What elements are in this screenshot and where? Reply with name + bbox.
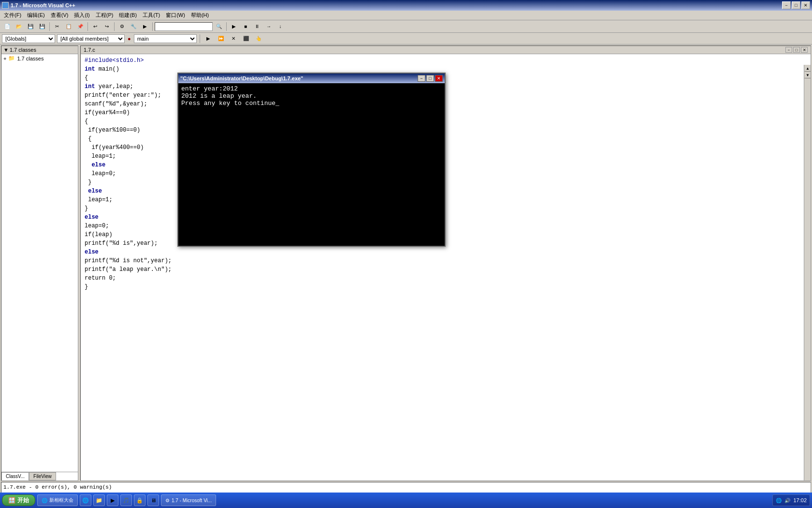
app-icon2: 🎵 [123, 497, 130, 504]
open-button[interactable]: 📂 [14, 22, 24, 31]
menu-project[interactable]: 工程(P) [93, 11, 116, 20]
panel-header: ▼ 1.7 classes [1, 46, 78, 54]
compile-button[interactable]: ⚙ [116, 22, 127, 31]
code-line-26: return 0; [85, 274, 807, 283]
toolbar2-btn2[interactable]: ⏩ [216, 34, 226, 44]
scroll-up-btn[interactable]: ▲ [804, 65, 811, 72]
code-line-27: } [85, 283, 807, 291]
debug-next[interactable]: ↓ [275, 22, 286, 31]
toolbar2-btn1[interactable]: ▶ [203, 34, 214, 44]
menu-build[interactable]: 组建(B) [116, 11, 140, 20]
vc-taskbar-icon: ⚙ [165, 498, 170, 503]
console-titlebar: "C:\Users\Administrator\Desktop\Debug\1.… [178, 74, 445, 83]
redo-button[interactable]: ↪ [102, 22, 112, 31]
search-button[interactable]: 🔍 [214, 22, 224, 31]
tab-classview[interactable]: ClassV... [1, 472, 29, 480]
taskbar-btn-monitor[interactable]: 🖥 [147, 494, 159, 506]
left-panel: ▼ 1.7 classes + 📁 1.7 classes ClassV... … [1, 45, 78, 481]
build-button[interactable]: 🔧 [128, 22, 139, 31]
panel-icon: ▼ [3, 47, 9, 53]
new-button[interactable]: 📄 [2, 22, 13, 31]
debug-step[interactable]: → [263, 22, 274, 31]
console-maximize-btn[interactable]: □ [426, 75, 434, 82]
console-titlebar-btns: − □ ✕ [418, 75, 443, 82]
editor-titlebar: 1.7.c − □ ✕ [81, 46, 811, 54]
separator4 [152, 22, 153, 31]
save-button[interactable]: 💾 [25, 22, 36, 31]
console-window: "C:\Users\Administrator\Desktop\Debug\1.… [177, 73, 446, 247]
taskbar-btn-vpn[interactable]: 🔒 [134, 494, 145, 506]
console-content: enter year:2012 2012 is a leap year. Pre… [178, 83, 445, 246]
taskbar-btn-app[interactable]: 🎵 [120, 494, 132, 506]
app-icon [2, 2, 9, 9]
debug-stop[interactable]: ■ [240, 22, 251, 31]
console-line-1: enter year:2012 [181, 85, 442, 92]
cut-button[interactable]: ✂ [52, 22, 62, 31]
members-dropdown[interactable]: [All global members] [57, 34, 125, 43]
menu-bar: 文件(F) 编辑(E) 查看(V) 插入(I) 工程(P) 组建(B) 工具(T… [0, 11, 812, 20]
toolbar2-btn3[interactable]: ✕ [228, 34, 239, 44]
taskbar-btn-media[interactable]: ▶ [107, 494, 118, 506]
maximize-button[interactable]: □ [792, 1, 800, 9]
editor-titlebar-btns: − □ ✕ [785, 47, 808, 53]
close-button[interactable]: ✕ [801, 1, 810, 9]
main-area: ▼ 1.7 classes + 📁 1.7 classes ClassV... … [0, 45, 812, 482]
menu-insert[interactable]: 插入(I) [71, 11, 92, 20]
start-button[interactable]: 🪟 开始 [2, 494, 35, 506]
title-bar-buttons: − □ ✕ [782, 1, 810, 9]
console-title: "C:\Users\Administrator\Desktop\Debug\1.… [180, 75, 303, 81]
taskbar-btn-ie[interactable]: 🌐 新相框大会 [37, 494, 78, 506]
globals-dropdown[interactable]: [Globals] [2, 34, 55, 43]
scroll-down-btn[interactable]: ▼ [804, 72, 811, 78]
system-tray: 🌐 🔊 17:02 [772, 494, 810, 506]
debug-start[interactable]: ▶ [229, 22, 239, 31]
undo-button[interactable]: ↩ [90, 22, 101, 31]
editor-maximize-btn[interactable]: □ [793, 47, 800, 53]
menu-view[interactable]: 查看(V) [48, 11, 72, 20]
classes-label: 1.7 classes [17, 56, 44, 61]
tray-icon2: 🔊 [784, 498, 790, 503]
paste-button[interactable]: 📌 [75, 22, 86, 31]
search-input[interactable] [155, 22, 213, 31]
separator6 [200, 34, 200, 43]
title-bar: 1.7 - Microsoft Visual C++ − □ ✕ [0, 0, 812, 11]
taskbar-btn-folder[interactable]: 📁 [93, 494, 105, 506]
classes-icon: 📁 [8, 55, 15, 61]
editor-minimize-btn[interactable]: − [785, 47, 792, 53]
tab-fileview[interactable]: FileView [29, 472, 56, 480]
taskbar-btn-ie2[interactable]: 🌐 [80, 494, 91, 506]
tree-item-classes[interactable]: + 📁 1.7 classes [1, 54, 78, 62]
vc-taskbar-label: 1.7 - Microsoft Vi... [172, 498, 212, 503]
console-line-2: 2012 is a leap year. [181, 92, 442, 100]
minimize-button[interactable]: − [782, 1, 791, 9]
editor-close-btn[interactable]: ✕ [801, 47, 808, 53]
debug-break[interactable]: ⏸ [252, 22, 262, 31]
toolbar2-btn4[interactable]: ⬛ [241, 34, 251, 44]
code-line-24: printf("%d is not",year); [85, 256, 807, 265]
code-line-25: printf("a leap year.\n"); [85, 265, 807, 274]
app-title: 1.7 - Microsoft Visual C++ [11, 2, 75, 8]
separator2 [87, 22, 88, 31]
taskbar: 🪟 开始 🌐 新相框大会 🌐 📁 ▶ 🎵 🔒 🖥 ⚙ 1.7 - Microso… [0, 493, 812, 508]
menu-tools[interactable]: 工具(T) [140, 11, 163, 20]
toolbar2-btn5[interactable]: 👆 [253, 34, 264, 44]
console-close-btn[interactable]: ✕ [435, 75, 443, 82]
save-all-button[interactable]: 💾 [37, 22, 47, 31]
start-icon: 🪟 [8, 497, 15, 504]
toolbar2: [Globals] [All global members] ● main ▶ … [0, 33, 812, 45]
menu-help[interactable]: 帮助(H) [188, 11, 212, 20]
ie2-icon: 🌐 [82, 497, 89, 504]
code-line-23: else [85, 248, 807, 256]
taskbar-active-app[interactable]: ⚙ 1.7 - Microsoft Vi... [161, 494, 216, 506]
function-dropdown[interactable]: main [134, 34, 197, 43]
menu-window[interactable]: 窗口(W) [163, 11, 188, 20]
tree-expand-icon: + [3, 56, 6, 61]
editor-scrollbar-v[interactable]: ▲ ▼ [804, 65, 811, 481]
output-text: 1.7.exe - 0 error(s), 0 warning(s) [3, 484, 112, 490]
menu-file[interactable]: 文件(F) [1, 11, 24, 20]
menu-edit[interactable]: 编辑(E) [24, 11, 48, 20]
console-minimize-btn[interactable]: − [418, 75, 425, 82]
copy-button[interactable]: 📋 [63, 22, 74, 31]
run-button[interactable]: ▶ [140, 22, 150, 31]
editor-panel: 1.7.c − □ ✕ #include<stdio.h> int main()… [80, 45, 811, 481]
